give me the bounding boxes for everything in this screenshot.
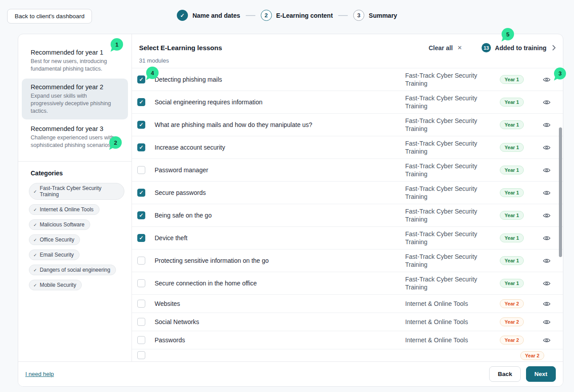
back-button[interactable]: Back xyxy=(489,366,520,382)
recommendation-title: Recommended for year 3 xyxy=(31,125,119,132)
step-elearning-content[interactable]: 2 E-Learning content xyxy=(261,10,333,21)
check-icon: ✓ xyxy=(33,222,37,227)
eye-icon[interactable] xyxy=(542,121,551,129)
eye-cell xyxy=(536,257,557,265)
lesson-category: Internet & Online Tools xyxy=(405,336,487,344)
lesson-checkbox[interactable] xyxy=(137,166,145,174)
step-label: E-Learning content xyxy=(276,12,333,19)
recommendation-year-2[interactable]: Recommended for year 2 Expand user skill… xyxy=(22,79,128,120)
card-footer: I need help Back Next xyxy=(18,361,563,386)
page-title: Select E-Learning lessons xyxy=(139,44,222,51)
step-separator xyxy=(338,15,348,16)
lesson-category: Fast-Track Cyber Security Training xyxy=(405,94,487,110)
lesson-checkbox[interactable] xyxy=(137,318,145,326)
year-cell: Year 1 xyxy=(487,75,536,84)
clear-all-x-icon[interactable]: ✕ xyxy=(457,44,462,51)
category-chip[interactable]: ✓Dangers of social engineering xyxy=(29,265,116,275)
check-icon: ✓ xyxy=(33,189,37,194)
table-row: ✓Device theftFast-Track Cyber Security T… xyxy=(132,227,563,249)
lesson-title: Device theft xyxy=(145,234,405,242)
lesson-category: Fast-Track Cyber Security Training xyxy=(405,162,487,178)
lesson-title: Protecting sensitive information on the … xyxy=(145,257,405,264)
year-cell: Year 2 xyxy=(487,317,536,326)
step-number: 2 xyxy=(261,10,272,21)
added-to-training-button[interactable]: 13 Added to training xyxy=(482,43,556,52)
lesson-title: Secure connection in the home office xyxy=(145,280,405,287)
lesson-category: Fast-Track Cyber Security Training xyxy=(405,185,487,201)
year-cell: Year 2 xyxy=(487,299,536,308)
year-cell: Year 2 xyxy=(487,336,536,344)
lesson-category: Internet & Online Tools xyxy=(405,318,487,326)
year-badge: Year 1 xyxy=(500,120,524,129)
categories-section: Categories ✓Fast-Track Cyber Security Tr… xyxy=(18,162,132,297)
lesson-checkbox[interactable] xyxy=(137,257,145,265)
lesson-checkbox[interactable] xyxy=(137,300,145,308)
lesson-title: Social Networks xyxy=(145,318,405,325)
year-badge: Year 2 xyxy=(520,351,544,360)
tooltip-badge-1: 1 xyxy=(111,38,123,51)
category-chip[interactable]: ✓Email Security xyxy=(29,249,80,260)
lesson-title: Password manager xyxy=(145,166,405,174)
lesson-category: Fast-Track Cyber Security Training xyxy=(405,230,487,246)
recommendation-title: Recommended for year 2 xyxy=(31,83,119,91)
eye-icon[interactable] xyxy=(542,318,551,326)
lesson-category: Fast-Track Cyber Security Training xyxy=(405,117,487,133)
eye-icon[interactable] xyxy=(542,76,551,83)
year-cell: Year 1 xyxy=(487,279,536,288)
year-cell: Year 1 xyxy=(487,211,536,220)
step-separator xyxy=(246,15,255,16)
year-badge: Year 1 xyxy=(500,188,524,197)
eye-icon[interactable] xyxy=(542,257,551,265)
step-summary[interactable]: 3 Summary xyxy=(353,10,397,21)
step-name-and-dates[interactable]: ✓ Name and dates xyxy=(177,10,240,21)
lesson-checkbox[interactable]: ✓ xyxy=(137,143,145,151)
eye-icon[interactable] xyxy=(542,189,551,197)
wizard-card: Recommended for year 1 Best for new user… xyxy=(18,34,563,387)
tooltip-badge-2: 2 xyxy=(109,136,122,149)
next-button[interactable]: Next xyxy=(526,366,556,382)
tooltip-badge-3: 3 xyxy=(554,67,566,79)
eye-icon[interactable] xyxy=(542,280,551,287)
lesson-category: Fast-Track Cyber Security Training xyxy=(405,139,487,155)
lesson-checkbox[interactable]: ✓ xyxy=(137,189,145,197)
year-cell: Year 1 xyxy=(487,256,536,265)
category-chip-label: Office Security xyxy=(40,237,74,243)
help-link[interactable]: I need help xyxy=(25,371,54,377)
added-count-badge: 13 xyxy=(482,43,491,52)
eye-cell xyxy=(536,76,557,83)
lesson-title: Secure passwords xyxy=(145,189,405,196)
eye-cell xyxy=(536,144,557,151)
eye-icon[interactable] xyxy=(542,300,551,308)
eye-cell xyxy=(536,99,557,106)
eye-icon[interactable] xyxy=(542,144,551,151)
tooltip-badge-4: 4 xyxy=(146,67,159,79)
eye-cell xyxy=(536,280,557,287)
lesson-checkbox[interactable] xyxy=(137,351,145,359)
sidebar: Recommended for year 1 Best for new user… xyxy=(18,34,132,361)
lesson-title: Passwords xyxy=(145,337,405,344)
eye-icon[interactable] xyxy=(542,212,551,219)
eye-icon[interactable] xyxy=(542,234,551,242)
lesson-checkbox[interactable]: ✓ xyxy=(137,211,145,219)
category-chip[interactable]: ✓Malicious Software xyxy=(29,219,90,230)
lesson-checkbox[interactable] xyxy=(137,336,145,344)
lesson-checkbox[interactable]: ✓ xyxy=(137,75,145,83)
category-chip[interactable]: ✓Office Security xyxy=(29,234,80,245)
eye-icon[interactable] xyxy=(542,99,551,106)
category-chip[interactable]: ✓Internet & Online Tools xyxy=(29,204,100,215)
lesson-checkbox[interactable]: ✓ xyxy=(137,121,145,129)
eye-cell xyxy=(536,189,557,197)
year-badge: Year 2 xyxy=(500,299,524,308)
eye-icon[interactable] xyxy=(542,337,551,344)
lesson-title: What are phishing mails and how do they … xyxy=(145,121,405,128)
eye-icon[interactable] xyxy=(542,166,551,174)
clear-all-button[interactable]: Clear all ✕ xyxy=(429,44,462,51)
lesson-checkbox[interactable]: ✓ xyxy=(137,98,145,106)
year-cell: Year 1 xyxy=(487,166,536,174)
lesson-checkbox[interactable] xyxy=(137,279,145,287)
scrollbar-thumb[interactable] xyxy=(559,127,562,257)
category-chip[interactable]: ✓Mobile Security xyxy=(29,280,82,290)
lesson-checkbox[interactable]: ✓ xyxy=(137,234,145,242)
category-chip[interactable]: ✓Fast-Track Cyber Security Training xyxy=(29,183,124,200)
check-icon: ✓ xyxy=(33,238,37,242)
